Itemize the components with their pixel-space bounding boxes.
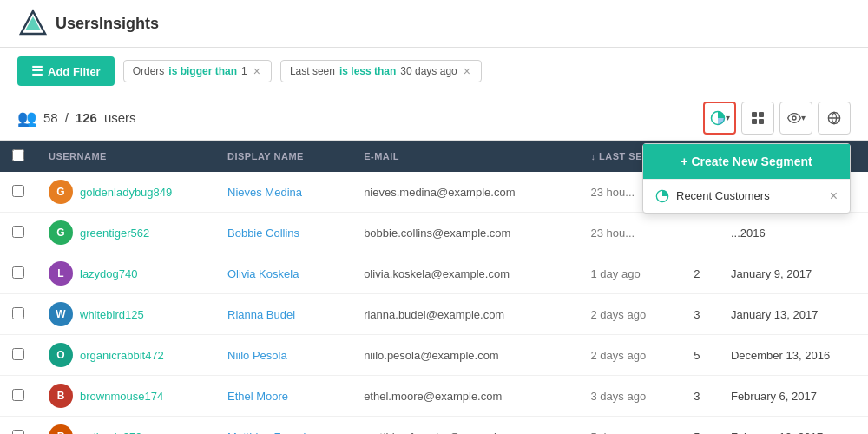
- add-filter-label: Add Filter: [48, 65, 101, 78]
- username-link[interactable]: greentiger562: [80, 227, 149, 240]
- toolbar-icons: ▾ ▾ + Create New Segment: [703, 102, 851, 135]
- row-email-cell: bobbie.collins@example.com: [352, 213, 578, 253]
- row-last-seen-cell: 23 hou...: [579, 213, 682, 253]
- count-separator: /: [65, 110, 69, 125]
- row-reg-date-cell: February 6, 2017: [719, 376, 868, 417]
- orders-filter-value: 1: [241, 65, 247, 77]
- row-checkbox[interactable]: [12, 266, 24, 279]
- total-count: 126: [76, 110, 97, 125]
- row-display-name-cell: Niilo Pesola: [215, 335, 352, 376]
- col-username: USERNAME: [36, 141, 215, 172]
- avatar: B: [49, 384, 73, 408]
- table-row: G greentiger562 Bobbie Collins bobbie.co…: [0, 213, 868, 253]
- display-name-link[interactable]: Niilo Pesola: [227, 349, 287, 362]
- orders-filter-tag: Orders is bigger than 1 ×: [123, 60, 272, 82]
- row-display-name-cell: Olivia Koskela: [215, 253, 352, 294]
- username-link[interactable]: redkoala279: [80, 431, 142, 435]
- row-username-cell: W whitebird125: [36, 294, 215, 335]
- row-checkbox[interactable]: [12, 430, 24, 435]
- segment-item: Recent Customers ×: [643, 179, 850, 213]
- row-display-name-cell: Ethel Moore: [215, 376, 352, 417]
- display-name-link[interactable]: Bobbie Collins: [227, 227, 299, 240]
- row-checkbox[interactable]: [12, 348, 24, 360]
- columns-button[interactable]: ▾: [779, 102, 812, 135]
- add-filter-button[interactable]: ☰ Add Filter: [17, 56, 115, 86]
- settings-button[interactable]: [818, 102, 851, 135]
- username-link[interactable]: whitebird125: [80, 308, 144, 321]
- lastseen-filter-value: 30 days ago: [400, 65, 457, 77]
- filtered-count: 58: [43, 110, 58, 125]
- users-icon: 👥: [17, 108, 36, 128]
- display-name-link[interactable]: Matthieu Fournier: [227, 431, 316, 435]
- row-checkbox[interactable]: [12, 389, 24, 401]
- grid-icon: [751, 111, 765, 125]
- svg-rect-4: [759, 112, 764, 117]
- row-checkbox-cell: [0, 376, 36, 417]
- create-new-segment-button[interactable]: + Create New Segment: [643, 144, 850, 179]
- username-link[interactable]: brownmouse174: [80, 390, 163, 403]
- row-username-cell: L lazydog740: [36, 253, 215, 294]
- row-email-cell: ethel.moore@example.com: [352, 376, 578, 417]
- avatar: O: [49, 343, 73, 367]
- display-name-link[interactable]: Nieves Medina: [227, 186, 302, 199]
- segment-item-close-button[interactable]: ×: [830, 188, 838, 204]
- row-display-name-cell: Matthieu Fournier: [215, 417, 352, 435]
- row-last-seen-cell: 5 days ago: [579, 417, 682, 435]
- row-username-cell: R redkoala279: [36, 417, 215, 435]
- table-row: W whitebird125 Rianna Budel rianna.budel…: [0, 294, 868, 335]
- row-last-seen-cell: 3 days ago: [579, 376, 682, 417]
- logo-area: UsersInsights: [17, 8, 159, 39]
- row-email-cell: nieves.medina@example.com: [352, 172, 578, 213]
- row-checkbox-cell: [0, 172, 36, 213]
- username-link[interactable]: goldenladybug849: [80, 186, 172, 199]
- svg-rect-3: [752, 112, 757, 117]
- row-reg-date-cell: December 13, 2016: [719, 335, 868, 376]
- row-checkbox[interactable]: [12, 226, 24, 238]
- chevron-down-icon: ▾: [726, 113, 730, 122]
- row-checkbox-cell: [0, 213, 36, 253]
- table-row: L lazydog740 Olivia Koskela olivia.koske…: [0, 253, 868, 294]
- row-checkbox[interactable]: [12, 307, 24, 319]
- col-email: E-MAIL: [352, 141, 578, 172]
- select-all-checkbox[interactable]: [12, 149, 24, 161]
- row-email-cell: olivia.koskela@example.com: [352, 253, 578, 294]
- row-reg-date-cell: ...2016: [719, 213, 868, 253]
- app-name: UsersInsights: [56, 15, 159, 33]
- segment-item-name: Recent Customers: [676, 189, 770, 202]
- eye-chevron-icon: ▾: [801, 113, 806, 122]
- row-last-seen-cell: 1 day ago: [579, 253, 682, 294]
- row-orders-cell: [681, 213, 719, 253]
- lastseen-filter-close[interactable]: ×: [462, 65, 472, 77]
- display-name-link[interactable]: Olivia Koskela: [227, 267, 299, 280]
- avatar: W: [49, 302, 73, 326]
- row-last-seen-cell: 2 days ago: [579, 294, 682, 335]
- row-username-cell: G greentiger562: [36, 213, 215, 253]
- filter-lines-icon: ☰: [31, 63, 43, 79]
- username-link[interactable]: lazydog740: [80, 267, 138, 280]
- row-checkbox-cell: [0, 417, 36, 435]
- orders-filter-operator: is bigger than: [168, 65, 237, 77]
- users-label: users: [104, 110, 136, 125]
- row-email-cell: niilo.pesola@example.com: [352, 335, 578, 376]
- row-checkbox[interactable]: [12, 185, 24, 197]
- app-header: UsersInsights: [0, 0, 868, 48]
- display-name-link[interactable]: Ethel Moore: [227, 390, 288, 403]
- grid-view-button[interactable]: [741, 102, 774, 135]
- globe-icon: [827, 111, 841, 125]
- svg-rect-6: [759, 119, 764, 124]
- row-last-seen-cell: 2 days ago: [579, 335, 682, 376]
- avatar: L: [49, 261, 73, 286]
- row-reg-date-cell: January 9, 2017: [719, 253, 868, 294]
- orders-filter-close[interactable]: ×: [252, 65, 262, 77]
- display-name-link[interactable]: Rianna Budel: [227, 308, 295, 321]
- avatar: G: [49, 220, 73, 245]
- row-orders-cell: 2: [681, 253, 719, 294]
- username-link[interactable]: organicrabbit472: [80, 349, 164, 362]
- lastseen-filter-prefix: Last seen: [290, 65, 335, 77]
- segment-button[interactable]: ▾: [703, 102, 736, 135]
- segment-item-left: Recent Customers: [655, 189, 770, 203]
- col-display-name: DISPLAY NAME: [215, 141, 352, 172]
- row-display-name-cell: Bobbie Collins: [215, 213, 352, 253]
- row-orders-cell: 5: [681, 417, 719, 435]
- row-display-name-cell: Nieves Medina: [215, 172, 352, 213]
